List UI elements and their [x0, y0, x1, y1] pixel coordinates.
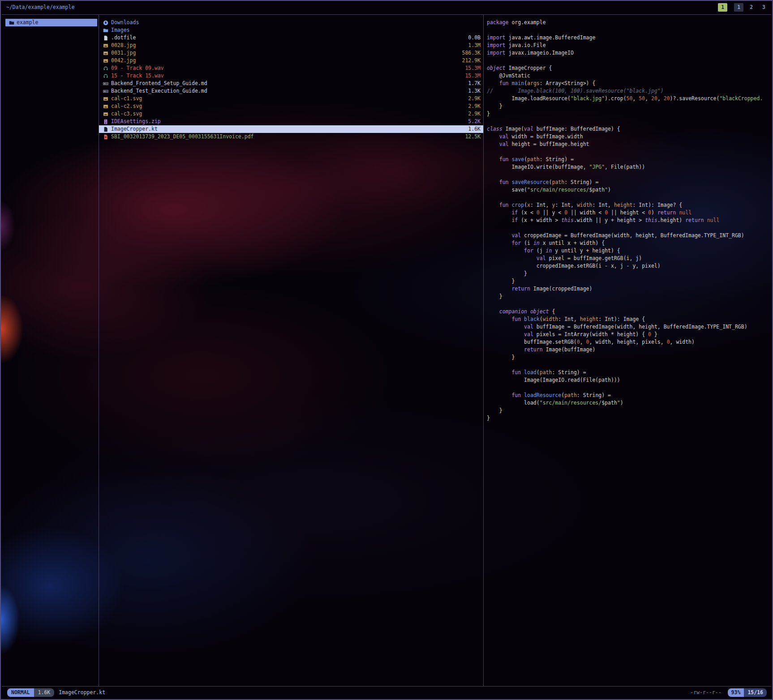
image-icon [103, 104, 108, 109]
file-row[interactable]: 0042.jpg212.9K [99, 57, 483, 64]
code-line: } [487, 102, 771, 110]
code-line: } [487, 110, 771, 118]
file-row[interactable]: 0028.jpg1.3M [99, 42, 483, 49]
code-line: val buffImage = BufferedImage(width, hei… [487, 323, 771, 331]
code-line [487, 300, 771, 308]
code-line: for (i in x until x + width) { [487, 239, 771, 247]
file-name: 15 - Track 15.wav [111, 72, 164, 80]
markdown-icon [103, 81, 108, 86]
file-row[interactable]: .dotfile0.0B [99, 34, 483, 42]
code-line [487, 384, 771, 392]
parent-item-example[interactable]: example [5, 19, 97, 26]
code-line: if (x + width > this.width || y + height… [487, 217, 771, 224]
parent-pane: example [3, 15, 99, 686]
file-size: 15.3M [461, 72, 481, 80]
archive-icon [103, 119, 108, 124]
file-row[interactable]: Backend_Test_Execution_Guide.md1.3K [99, 87, 483, 95]
file-name: SBI_0032013739_2023_DE05_0003155631Invoi… [111, 133, 254, 141]
tab-bar: 1 123 [718, 3, 769, 12]
code-line: companion object { [487, 308, 771, 316]
status-left: NORMAL 1.6K ImageCropper.kt [7, 688, 105, 697]
code-line: val croppedImage = BufferedImage(width, … [487, 232, 771, 239]
code-line: } [487, 354, 771, 361]
file-row[interactable]: Images [99, 26, 483, 34]
code-line: } [487, 293, 771, 300]
tab-3[interactable]: 3 [759, 3, 769, 12]
file-row[interactable]: 15 - Track 15.wav15.3M [99, 72, 483, 80]
file-size: 15.3M [461, 64, 481, 72]
file-row[interactable]: 0031.jpg586.3K [99, 49, 483, 57]
code-line: fun load(path: String) = [487, 369, 771, 376]
code-line [487, 361, 771, 369]
file-name: Backend_Frontend_Setup_Guide.md [111, 80, 207, 87]
folder-icon [103, 28, 108, 33]
file-list-pane: DownloadsImages.dotfile0.0B0028.jpg1.3M0… [99, 15, 484, 686]
file-row[interactable]: SBI_0032013739_2023_DE05_0003155631Invoi… [99, 133, 483, 141]
file-size: 5.2K [464, 118, 481, 125]
status-right: -rw-r--r-- 93% 15/16 [690, 688, 767, 697]
code-line: class Image(val buffImage: BufferedImage… [487, 125, 771, 133]
file-row[interactable]: IDEAsettings.zip5.2K [99, 118, 483, 125]
file-row[interactable]: Backend_Frontend_Setup_Guide.md1.7K [99, 80, 483, 87]
code-line: load("src/main/resources/$path") [487, 399, 771, 407]
code-line: return Image(buffImage) [487, 346, 771, 354]
file-row[interactable]: Downloads [99, 19, 483, 26]
file-name: IDEAsettings.zip [111, 118, 161, 125]
folder-icon [9, 20, 14, 26]
code-line: Image.loadResource("black.jpg").crop(50,… [487, 95, 771, 102]
audio-icon [103, 66, 108, 71]
file-name: Backend_Test_Execution_Guide.md [111, 87, 207, 95]
panes-container: example DownloadsImages.dotfile0.0B0028.… [2, 14, 771, 687]
code-line: fun save(path: String) = [487, 156, 771, 163]
tasks-badge: 1 [718, 3, 727, 12]
tab-2[interactable]: 2 [747, 3, 756, 12]
code-line: } [487, 270, 771, 277]
code-line: fun main(args: Array<String>) { [487, 80, 771, 87]
code-line: fun saveResource(path: String) = [487, 179, 771, 186]
file-size: 212.9K [458, 57, 481, 64]
code-line: croppedImage.setRGB(i - x, j - y, pixel) [487, 262, 771, 270]
file-name: ImageCropper.kt [111, 125, 158, 133]
image-icon [103, 111, 108, 117]
file-name: cal-c3.svg [111, 110, 142, 118]
code-line: save("src/main/resources/$path") [487, 186, 771, 194]
topbar: ~/Data/example/example 1 123 [1, 1, 772, 13]
code-line: val height = buffImage.height [487, 141, 771, 148]
code-line: val width = buffImage.width [487, 133, 771, 141]
file-size: 586.3K [458, 49, 481, 57]
code-line: @JvmStatic [487, 72, 771, 80]
file-row[interactable]: cal-c1.svg2.9K [99, 95, 483, 102]
code-line: } [487, 277, 771, 285]
file-size: 1.7K [464, 80, 481, 87]
code-line [487, 148, 771, 156]
code-line: return Image(croppedImage) [487, 285, 771, 293]
code-line: import javax.imageio.ImageIO [487, 49, 771, 57]
file-row[interactable]: 09 - Track 09.wav15.3M [99, 64, 483, 72]
status-filename: ImageCropper.kt [59, 689, 105, 696]
file-size: 12.5K [461, 133, 481, 141]
code-line: object ImageCropper { [487, 64, 771, 72]
scroll-percent-badge: 93% [728, 688, 744, 697]
code-line: ImageIO.write(buffImage, "JPG", File(pat… [487, 163, 771, 171]
file-icon [103, 127, 108, 132]
code-line [487, 194, 771, 201]
file-size: 2.9K [464, 102, 481, 110]
permissions-text: -rw-r--r-- [690, 689, 721, 696]
file-size: 2.9K [464, 110, 481, 118]
tab-1[interactable]: 1 [734, 3, 743, 12]
code-line: buffImage.setRGB(0, 0, width, height, pi… [487, 338, 771, 346]
file-row[interactable]: ImageCropper.kt1.6K [99, 125, 483, 133]
file-row[interactable]: cal-c3.svg2.9K [99, 110, 483, 118]
file-row[interactable]: cal-c2.svg2.9K [99, 102, 483, 110]
code-line [487, 224, 771, 232]
code-line: fun black(width: Int, height: Int): Imag… [487, 316, 771, 323]
file-name: .dotfile [111, 34, 136, 42]
mode-badge: NORMAL [7, 688, 34, 697]
code-line: fun loadResource(path: String) = [487, 392, 771, 399]
file-name: 0042.jpg [111, 57, 136, 64]
audio-icon [103, 73, 108, 79]
code-line [487, 118, 771, 125]
cursor-position-badge: 15/16 [744, 688, 767, 697]
image-icon [103, 51, 108, 56]
code-line: import java.awt.image.BufferedImage [487, 34, 771, 42]
